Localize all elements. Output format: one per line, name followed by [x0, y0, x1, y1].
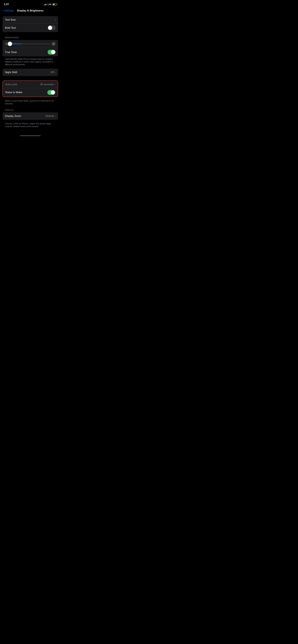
svg-line-5: [6, 43, 6, 43]
status-bar: 1:27 LTE 69: [0, 0, 61, 8]
brightness-card: True Tone: [3, 40, 58, 56]
toggle-thumb: [51, 90, 55, 94]
night-shift-right: Off ›: [50, 71, 56, 74]
signal-icon: [44, 4, 47, 5]
auto-lock-right: 30 seconds ›: [40, 83, 55, 86]
brightness-slider[interactable]: [10, 44, 50, 44]
home-indicator-area: [0, 134, 61, 139]
brightness-fill: [10, 44, 21, 44]
bold-text-toggle[interactable]: [48, 26, 56, 30]
auto-lock-label: Auto-Lock: [5, 83, 17, 86]
display-zoom-row[interactable]: Display Zoom Default ›: [3, 112, 58, 120]
svg-line-16: [52, 45, 53, 45]
home-indicator: [20, 135, 41, 136]
bold-text-row[interactable]: Bold Text: [3, 24, 58, 32]
back-label: Settings: [4, 9, 14, 12]
text-size-row[interactable]: Text Size ›: [3, 16, 58, 24]
true-tone-label: True Tone: [5, 51, 17, 54]
nav-header: ‹ Settings Display & Brightness: [0, 8, 61, 15]
signal-bar-4: [46, 4, 47, 5]
raise-to-wake-label: Raise to Wake: [5, 91, 22, 94]
svg-line-17: [55, 42, 55, 43]
night-shift-row[interactable]: Night Shift Off ›: [3, 69, 58, 76]
text-size-right: ›: [55, 18, 56, 21]
brightness-slider-row: [5, 42, 56, 48]
display-zoom-label: Display Zoom: [5, 114, 21, 118]
battery-icon: 69: [52, 3, 57, 6]
display-section-label: DISPLAY: [3, 109, 58, 111]
auto-lock-value: 30 seconds: [40, 83, 54, 86]
brightness-thumb: [8, 42, 12, 46]
text-settings-card: Text Size › Bold Text: [3, 16, 58, 32]
night-shift-label: Night Shift: [5, 71, 17, 74]
true-tone-toggle[interactable]: [48, 50, 56, 54]
battery-indicator: 69: [52, 3, 57, 6]
status-time: 1:27: [4, 3, 9, 6]
signal-bar-2: [45, 4, 45, 5]
display-zoom-value: Default: [46, 114, 54, 118]
sun-bright-icon: [52, 42, 56, 46]
raise-to-wake-row[interactable]: Raise to Wake: [3, 88, 58, 97]
chevron-right-icon: ›: [55, 18, 56, 21]
display-zoom-card: Display Zoom Default ›: [3, 112, 58, 120]
text-size-label: Text Size: [5, 18, 16, 22]
brightness-section-label: BRIGHTNESS: [3, 36, 58, 39]
true-tone-footer: Automatically adapt iPhone display based…: [3, 56, 58, 66]
back-chevron-icon: ‹: [3, 9, 4, 12]
back-button[interactable]: ‹ Settings: [3, 9, 14, 12]
true-tone-row[interactable]: True Tone: [5, 48, 56, 54]
display-zoom-right: Default ›: [46, 114, 56, 118]
display-zoom-footer: Choose a view for iPhone. Larger Text sh…: [3, 121, 58, 128]
chevron-right-icon: ›: [55, 83, 55, 86]
page-title: Display & Brightness: [17, 9, 44, 12]
toggle-thumb: [51, 50, 55, 54]
status-right: LTE 69: [44, 3, 57, 6]
svg-line-15: [55, 45, 55, 45]
toggle-thumb: [48, 26, 52, 30]
auto-lock-row[interactable]: Auto-Lock 30 seconds ›: [3, 81, 58, 88]
svg-line-14: [52, 42, 53, 43]
content: Text Size › Bold Text BRIGHTNESS: [0, 16, 61, 128]
signal-bar-3: [46, 4, 46, 5]
night-shift-value: Off: [50, 71, 54, 74]
network-type: LTE: [48, 3, 52, 6]
signal-bar-1: [44, 5, 44, 5]
svg-point-9: [53, 43, 54, 45]
svg-line-6: [8, 45, 8, 45]
raise-to-wake-toggle[interactable]: [47, 90, 55, 95]
autolock-card: Auto-Lock 30 seconds › Raise to Wake: [3, 80, 58, 97]
chevron-right-icon: ›: [55, 71, 56, 74]
battery-text: 69: [53, 4, 57, 5]
chevron-right-icon: ›: [55, 115, 56, 117]
svg-line-7: [6, 45, 6, 45]
night-shift-card: Night Shift Off ›: [3, 69, 58, 76]
lock-section-footer: When in Low Power Mode, auto-lock is res…: [3, 98, 58, 105]
bold-text-label: Bold Text: [5, 26, 16, 30]
svg-point-0: [6, 43, 7, 44]
